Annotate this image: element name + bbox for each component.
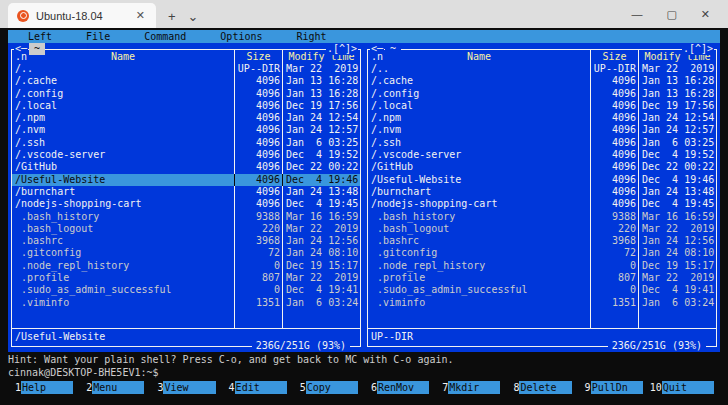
file-row[interactable]: /.nvm 4096 Jan 24 12:57 — [12, 124, 360, 136]
file-row[interactable]: .bash_history 9388 Mar 16 16:59 — [12, 211, 360, 223]
right-free-space: 236G/251G (93%) — [608, 340, 706, 352]
file-name: /nodejs-shopping-cart — [12, 198, 234, 210]
file-row[interactable]: /Useful-Website 4096 Dec 4 19:46 — [12, 174, 360, 186]
file-row[interactable]: /.ssh 4096 Jan 6 03:25 — [12, 137, 360, 149]
function-key-button[interactable]: 10 Quit — [649, 381, 720, 394]
file-row[interactable]: /burnchart 4096 Jan 24 13:48 — [368, 186, 716, 198]
menu-item[interactable]: Options — [216, 30, 266, 43]
file-name: .bash_history — [12, 211, 234, 223]
file-row[interactable]: .bashrc 3968 Jan 24 12:56 — [368, 235, 716, 247]
file-mtime: Jan 24 13:48 — [282, 186, 360, 198]
column-header-name[interactable]: .nName — [12, 50, 234, 63]
terminal-tab[interactable]: Ubuntu-18.04 ✕ — [8, 3, 156, 28]
function-key-button[interactable]: 9 PullDn — [578, 381, 649, 394]
file-row[interactable]: /GitHub 4096 Dec 22 00:22 — [12, 161, 360, 173]
function-key-label: RenMov — [377, 381, 429, 394]
function-key-button[interactable]: 1 Help — [8, 381, 79, 394]
file-row[interactable]: .gitconfig 72 Jan 24 08:10 — [12, 247, 360, 259]
file-row[interactable]: .bash_history 9388 Mar 16 16:59 — [368, 211, 716, 223]
file-row[interactable]: .bash_logout 220 Mar 22 2019 — [368, 223, 716, 235]
function-key-button[interactable]: 3 View — [150, 381, 221, 394]
minimize-button[interactable]: — — [631, 8, 642, 21]
file-mtime: Jan 13 16:28 — [282, 88, 360, 100]
menu-item[interactable]: Left — [24, 30, 56, 43]
file-name: .node_repl_history — [368, 260, 590, 272]
close-button[interactable]: ✕ — [701, 8, 710, 21]
function-key-button[interactable]: 2 Menu — [79, 381, 150, 394]
column-header-size[interactable]: Size — [590, 50, 638, 63]
function-key-button[interactable]: 4 Edit — [222, 381, 293, 394]
menu-item[interactable]: File — [82, 30, 114, 43]
file-name: /.local — [368, 100, 590, 112]
function-key-button[interactable]: 7 Mkdir — [435, 381, 506, 394]
function-key-button[interactable]: 6 RenMov — [364, 381, 435, 394]
file-row[interactable]: /nodejs-shopping-cart 4096 Dec 4 19:45 — [368, 198, 716, 210]
file-row[interactable]: .node_repl_history 0 Dec 19 15:17 — [12, 260, 360, 272]
maximize-button[interactable]: ▢ — [666, 8, 676, 21]
file-row[interactable]: /.config 4096 Jan 13 16:28 — [368, 88, 716, 100]
file-size: 220 — [234, 223, 282, 235]
file-row[interactable]: /burnchart 4096 Jan 24 13:48 — [12, 186, 360, 198]
function-key-label: View — [163, 381, 215, 394]
file-row[interactable]: /Useful-Website 4096 Dec 4 19:46 — [368, 174, 716, 186]
file-mtime: Jan 24 12:56 — [638, 235, 716, 247]
file-name: /.ssh — [12, 137, 234, 149]
file-mtime: Jan 24 12:54 — [282, 112, 360, 124]
menu-item[interactable]: Command — [140, 30, 190, 43]
file-size: 1351 — [590, 297, 638, 309]
file-row[interactable]: .node_repl_history 0 Dec 19 15:17 — [368, 260, 716, 272]
function-key-label: Quit — [662, 381, 714, 394]
file-name: /nodejs-shopping-cart — [368, 198, 590, 210]
file-row[interactable]: .gitconfig 72 Jan 24 08:10 — [368, 247, 716, 259]
right-panel: <─ ~ .[^]> .nName Size Modify time /.. — [364, 43, 720, 352]
file-row[interactable]: /.. UP--DIR Mar 22 2019 — [12, 63, 360, 75]
file-row[interactable]: /nodejs-shopping-cart 4096 Dec 4 19:45 — [12, 198, 360, 210]
file-row[interactable]: .profile 807 Mar 22 2019 — [368, 272, 716, 284]
new-tab-button[interactable]: + — [168, 10, 176, 23]
file-mtime: Mar 22 2019 — [638, 63, 716, 75]
file-size: 4096 — [590, 161, 638, 173]
file-row[interactable]: /.config 4096 Jan 13 16:28 — [12, 88, 360, 100]
tab-close-icon[interactable]: ✕ — [134, 9, 147, 22]
file-size: 4096 — [234, 88, 282, 100]
file-row[interactable]: .bash_logout 220 Mar 22 2019 — [12, 223, 360, 235]
menu-item[interactable]: Right — [293, 30, 331, 43]
tab-dropdown-icon[interactable]: ⌄ — [188, 10, 199, 23]
file-row[interactable]: /.nvm 4096 Jan 24 12:57 — [368, 124, 716, 136]
file-row[interactable]: /.vscode-server 4096 Dec 4 19:52 — [12, 149, 360, 161]
file-size: 0 — [234, 284, 282, 296]
file-row[interactable]: .viminfo 1351 Jan 6 03:24 — [12, 297, 360, 309]
file-row[interactable]: /.ssh 4096 Jan 6 03:25 — [368, 137, 716, 149]
column-header-name[interactable]: .nName — [368, 50, 590, 63]
file-size: 72 — [590, 247, 638, 259]
file-row[interactable]: .bashrc 3968 Jan 24 12:56 — [12, 235, 360, 247]
file-row[interactable]: /.npm 4096 Jan 24 12:54 — [12, 112, 360, 124]
column-header-size[interactable]: Size — [234, 50, 282, 63]
function-key-number: 9 — [578, 381, 591, 394]
file-row[interactable]: .profile 807 Mar 22 2019 — [12, 272, 360, 284]
function-key-number: 8 — [506, 381, 519, 394]
file-row[interactable]: /.cache 4096 Jan 13 16:28 — [368, 75, 716, 87]
function-key-button[interactable]: 8 Delete — [506, 381, 577, 394]
file-row[interactable]: .sudo_as_admin_successful 0 Dec 4 19:41 — [12, 284, 360, 296]
file-row[interactable]: /.. UP--DIR Mar 22 2019 — [368, 63, 716, 75]
panel-history-right-icon[interactable]: .[^]> — [326, 43, 358, 55]
file-name: /Useful-Website — [368, 174, 590, 186]
file-row[interactable]: /.npm 4096 Jan 24 12:54 — [368, 112, 716, 124]
file-row[interactable]: .viminfo 1351 Jan 6 03:24 — [368, 297, 716, 309]
file-row[interactable]: /.local 4096 Dec 19 17:56 — [12, 100, 360, 112]
file-mtime: Jan 13 16:28 — [638, 75, 716, 87]
file-row[interactable]: /GitHub 4096 Dec 22 00:22 — [368, 161, 716, 173]
file-row[interactable]: /.cache 4096 Jan 13 16:28 — [12, 75, 360, 87]
function-key-button[interactable]: 5 Copy — [293, 381, 364, 394]
file-row[interactable]: /.local 4096 Dec 19 17:56 — [368, 100, 716, 112]
panel-history-right-icon[interactable]: .[^]> — [682, 43, 714, 55]
file-row[interactable]: /.vscode-server 4096 Dec 4 19:52 — [368, 149, 716, 161]
file-name: .node_repl_history — [12, 260, 234, 272]
mc-hint-line: Hint: Want your plain shell? Press C-o, … — [8, 354, 720, 367]
file-row[interactable]: .sudo_as_admin_successful 0 Dec 4 19:41 — [368, 284, 716, 296]
file-size: 72 — [234, 247, 282, 259]
file-mtime: Jan 24 13:48 — [638, 186, 716, 198]
shell-prompt[interactable]: cinnak@DESKTOP-BHE5EV1:~$ — [8, 367, 720, 380]
file-name: .viminfo — [368, 297, 590, 309]
